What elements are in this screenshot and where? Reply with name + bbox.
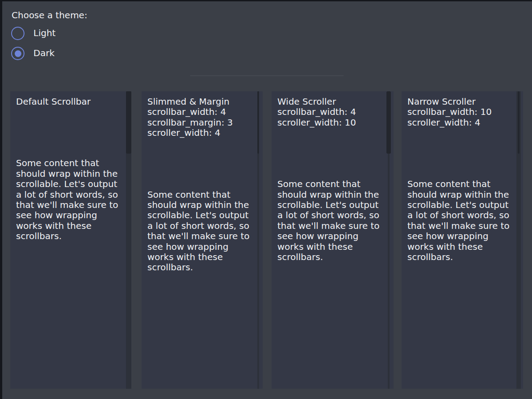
panel-content: Some content that should wrap within the… [277,179,383,262]
panel-param: scrollbar_width: 4 [147,107,263,117]
panel-param: scrollbar_width: 10 [407,107,523,117]
scroll-panel-wide-scroller[interactable]: Wide Scroller scrollbar_width: 4 scrolle… [272,91,394,389]
panel-title: Default Scrollbar [16,97,131,107]
panel-param: scrollbar_width: 4 [277,107,394,117]
panel-title: Wide Scroller [277,97,394,107]
scrollbar-thumb[interactable] [126,91,131,154]
radio-circle-icon[interactable] [11,27,24,40]
window-frame-top-edge [0,0,532,1]
panel-param: scroller_width: 10 [277,118,394,128]
window-frame-left-edge [0,0,2,399]
scrollbar-thumb[interactable] [386,91,391,154]
radio-dot [15,50,21,57]
app-window: { "theme_chooser": { "label": "Choose a … [0,0,532,399]
radio-label-dark: Dark [33,48,54,58]
panel-param: scrollbar_margin: 3 [147,118,263,128]
theme-chooser-label: Choose a theme: [12,10,87,20]
scroll-panel-default[interactable]: Default Scrollbar Some content that shou… [10,91,131,389]
scrollbar-thumb[interactable] [518,91,520,154]
panel-param: scroller_width: 4 [407,118,523,128]
radio-label-light: Light [33,28,56,38]
panel-title: Slimmed & Margin [147,97,263,107]
radio-circle-selected-icon[interactable] [11,47,24,60]
radio-option-light[interactable]: Light [11,27,56,40]
panel-content: Some content that should wrap within the… [147,190,253,273]
scroll-panel-slimmed-margin[interactable]: Slimmed & Margin scrollbar_width: 4 scro… [142,91,263,389]
panel-param: scroller_width: 4 [147,128,263,138]
panel-title: Narrow Scroller [407,97,523,107]
scrollbar-thumb[interactable] [257,91,259,154]
section-divider [190,75,344,76]
panel-content: Some content that should wrap within the… [16,158,122,241]
scroll-panel-narrow-scroller[interactable]: Narrow Scroller scrollbar_width: 10 scro… [402,91,523,389]
radio-option-dark[interactable]: Dark [11,47,54,60]
panel-content: Some content that should wrap within the… [407,179,513,262]
